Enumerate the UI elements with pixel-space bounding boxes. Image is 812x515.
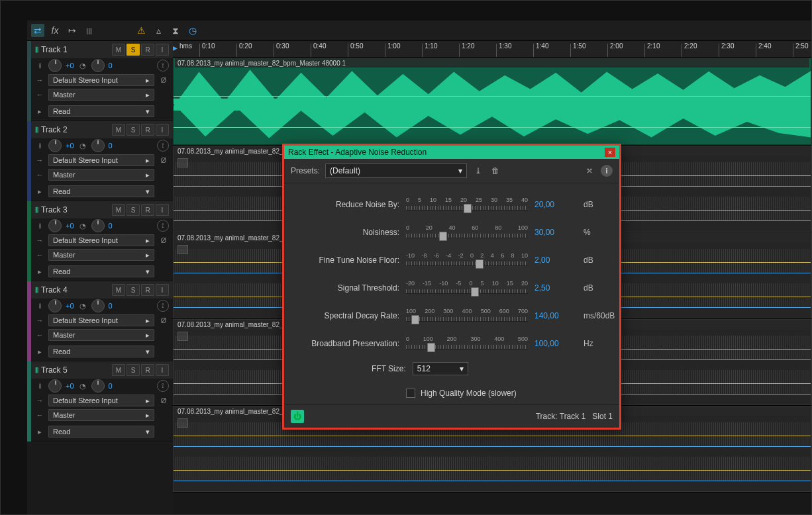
preset-select[interactable]: (Default) ▾ [325,164,467,178]
mute-button[interactable]: M [112,284,125,296]
input-select[interactable]: Default Stereo Input▸ [48,74,154,86]
info-icon[interactable]: i [601,165,613,177]
track-name[interactable]: Track 2 [41,125,108,134]
solo-button[interactable]: S [127,124,140,136]
playhead-icon[interactable]: ▸ [173,42,178,53]
pan-knob[interactable] [48,59,62,72]
track-grip-icon[interactable]: ⫴ [35,125,37,134]
vol-knob[interactable] [91,299,105,312]
vol-knob[interactable] [91,139,105,152]
expand-icon[interactable]: ▸ [35,187,44,196]
track-grip-icon[interactable]: ⫴ [35,205,37,214]
audio-clip[interactable]: 07.08.2013_my animal_master_82_bpm_Maste… [173,58,811,145]
param-slider[interactable]: -10-8-6-4-20246810 [406,252,528,268]
phase-icon[interactable]: Ø [158,236,169,244]
stereo-icon[interactable]: ⟟ [157,300,169,312]
output-select[interactable]: Master▸ [48,249,154,261]
automation-select[interactable]: Read▾ [48,185,154,197]
param-slider[interactable]: 020406080100 [406,224,528,240]
mute-button[interactable]: M [112,124,125,136]
input-mon-button[interactable]: I [156,284,169,296]
param-value[interactable]: 20,00 [534,200,577,209]
solo-button[interactable]: S [127,44,140,56]
pan-knob[interactable] [48,219,62,232]
expand-icon[interactable]: ▸ [35,107,44,116]
mute-button[interactable]: M [112,204,125,216]
hazard-icon[interactable]: ⚠ [134,24,148,37]
param-value[interactable]: 30,00 [534,228,577,237]
eq-icon[interactable]: ⫼ [83,24,96,37]
param-value[interactable]: 140,00 [534,311,577,320]
stereo-icon[interactable]: ⟟ [157,60,169,71]
fft-select[interactable]: 512▾ [413,362,468,375]
metronome-icon[interactable]: ▵ [152,24,165,37]
output-select[interactable]: Master▸ [48,89,154,101]
record-button[interactable]: R [141,364,154,376]
param-slider[interactable]: 0510152025303540 [406,197,528,212]
pan-knob[interactable] [48,139,62,152]
dialog-titlebar[interactable]: Rack Effect - Adaptive Noise Reduction × [284,146,619,159]
track-header[interactable]: ⫴Track 4MSRI [31,281,173,299]
track-header[interactable]: ⫴Track 2MSRI [31,121,173,138]
expand-icon[interactable]: ▸ [35,348,44,356]
automation-select[interactable]: Read▾ [48,265,154,277]
input-mon-button[interactable]: I [156,204,169,216]
vol-knob[interactable] [91,219,105,232]
record-button[interactable]: R [141,44,154,56]
route-icon[interactable]: ⤱ [584,165,595,177]
track-header[interactable]: ⫴Track 3MSRI [31,201,173,218]
track-grip-icon[interactable]: ⫴ [35,285,37,295]
power-button[interactable]: ⏻ [291,410,304,423]
track-header[interactable]: ⫴Track 5MSRI [31,361,173,379]
param-slider[interactable]: -20-15-10-505101520 [406,280,528,296]
close-icon[interactable]: × [605,148,615,157]
output-select[interactable]: Master▸ [48,329,154,341]
track-name[interactable]: Track 1 [41,45,108,54]
track-name[interactable]: Track 3 [41,205,108,214]
expand-icon[interactable]: ▸ [35,428,44,436]
input-select[interactable]: Default Stereo Input▸ [48,314,154,326]
sync-icon[interactable]: ◷ [186,24,199,37]
track-grip-icon[interactable]: ⫴ [35,365,37,375]
input-mon-button[interactable]: I [156,364,169,376]
track-header[interactable]: ⫴Track 1MSRI [31,41,173,58]
hq-checkbox[interactable] [406,389,415,398]
param-value[interactable]: 2,50 [534,283,577,293]
stereo-icon[interactable]: ⟟ [157,380,169,392]
solo-button[interactable]: S [127,204,140,216]
input-mon-button[interactable]: I [156,44,169,56]
record-button[interactable]: R [141,124,154,136]
pan-knob[interactable] [48,379,62,393]
param-slider[interactable]: 100200300400500600700 [406,308,528,324]
track-name[interactable]: Track 4 [41,285,108,295]
phase-icon[interactable]: Ø [158,156,169,164]
record-button[interactable]: R [141,284,154,296]
automation-select[interactable]: Read▾ [48,105,154,117]
input-select[interactable]: Default Stereo Input▸ [48,395,154,406]
param-value[interactable]: 2,00 [534,256,577,265]
solo-button[interactable]: S [127,364,140,376]
input-mon-button[interactable]: I [156,124,169,136]
input-select[interactable]: Default Stereo Input▸ [48,234,154,246]
fx-icon[interactable]: fx [48,24,62,37]
delete-preset-icon[interactable]: 🗑 [489,165,501,177]
input-select[interactable]: Default Stereo Input▸ [48,154,154,166]
save-preset-icon[interactable]: ⤓ [472,165,484,177]
param-slider[interactable]: 0100200300400500 [406,336,528,351]
phase-icon[interactable]: Ø [158,76,169,84]
output-select[interactable]: Master▸ [48,409,154,421]
track-name[interactable]: Track 5 [41,365,108,375]
param-value[interactable]: 100,00 [534,339,577,348]
move-tool-icon[interactable]: ⇄ [31,24,44,37]
automation-select[interactable]: Read▾ [48,346,154,357]
stereo-icon[interactable]: ⟟ [157,220,169,232]
phase-icon[interactable]: Ø [158,316,169,324]
record-button[interactable]: R [141,204,154,216]
mute-button[interactable]: M [112,44,125,56]
send-icon[interactable]: ↦ [66,24,79,37]
phase-icon[interactable]: Ø [158,397,169,404]
solo-button[interactable]: S [127,284,140,296]
expand-icon[interactable]: ▸ [35,267,44,276]
time-ruler[interactable]: ▸ hms0:100:200:300:400:501:001:101:201:3… [173,41,811,58]
stereo-icon[interactable]: ⟟ [157,140,169,152]
